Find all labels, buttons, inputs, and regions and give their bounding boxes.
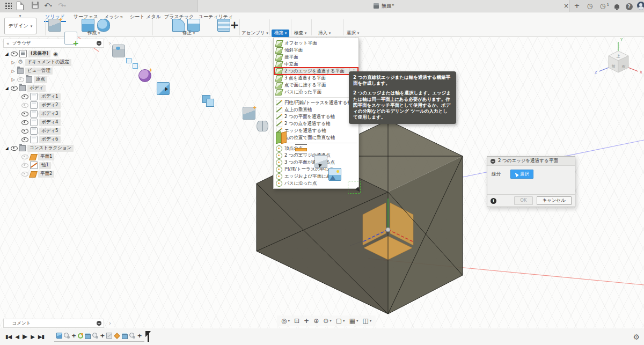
visibility-eye-off-icon[interactable] [21,103,28,108]
combine-icon[interactable] [202,95,214,107]
plane1-label[interactable]: 平面1 [38,153,54,160]
expand-open-icon[interactable]: ◢ [4,86,9,91]
dialog-grip-icon[interactable] [491,159,495,164]
activate-radio-icon[interactable]: ◉ [53,51,58,57]
menu-item-plane-through-two-edges[interactable]: 2 つのエッジを通過する平面⋮ [274,68,358,75]
menu-item-angled-plane[interactable]: 傾斜平面 [274,47,358,54]
expand-open-icon[interactable]: ◢ [4,52,9,56]
menu-item-axis-perpendicular-on-point[interactable]: 点上の垂直軸 [274,106,358,113]
timeline-pattern-feature-icon[interactable] [78,333,83,339]
browser-row-root[interactable]: ◢ (未保存) ◉ [4,50,58,57]
insert-group-menu[interactable]: 挿入 ▾ [318,30,331,36]
browser-collapse-icon[interactable]: « [6,41,10,46]
browser-options-icon[interactable] [97,41,101,46]
cancel-button[interactable]: キャンセル [537,196,572,205]
timeline-move-feature-icon[interactable]: + [137,333,142,339]
timeline-step-forward-button[interactable]: ▶ [31,334,34,340]
timeline-split-feature-icon[interactable] [106,333,112,339]
create-group-menu[interactable]: 作成 ▾ [87,30,100,36]
visibility-eye-icon[interactable] [21,129,28,134]
body5-label[interactable]: ボディ5 [39,128,61,135]
timeline-move-feature-icon[interactable]: + [71,333,76,339]
browser-row-plane1[interactable]: 平面1 [21,153,54,160]
help-button[interactable]: ? [625,2,633,10]
recent-files-icon[interactable]: ◷ [586,2,594,10]
canvas-image-icon[interactable] [328,168,341,181]
timeline-step-back-button[interactable]: ◀ [15,334,19,340]
body1-label[interactable]: ボディ1 [39,93,61,100]
inspect-group-menu[interactable]: 検査 ▾ [294,30,306,36]
notifications-button[interactable] [613,2,620,10]
body3-label[interactable]: ボディ3 [39,111,61,118]
visibility-eye-icon[interactable] [21,94,28,99]
dialog-title-bar[interactable]: 2 つのエッジを通過する平面 [487,157,575,166]
visibility-eye-icon[interactable] [21,120,28,125]
viewcube-front-label[interactable]: 前 [612,64,616,69]
body4-label[interactable]: ボディ4 [39,119,61,126]
construct-plane-icon[interactable] [275,131,287,143]
pan-button[interactable]: + [304,317,309,325]
visibility-eye-icon[interactable] [11,52,18,56]
menu-item-point-at-vertex[interactable]: 頂点の点 [274,145,358,152]
select-button[interactable]: 選択 [510,170,533,179]
close-tab-button[interactable]: × [562,2,570,10]
comments-options-icon[interactable] [97,321,101,326]
ok-button[interactable]: OK [514,196,532,205]
menu-item-point-along-path[interactable]: パスに沿った点 [274,180,358,187]
measure-icon[interactable] [295,143,307,155]
job-status-icon[interactable]: ◷1 [599,2,606,10]
timeline-position-marker[interactable] [148,331,149,342]
visibility-eye-off-icon[interactable] [17,77,24,82]
select-tool-icon[interactable] [348,181,361,194]
assemble-group-menu[interactable]: アセンブリ ▾ [241,30,268,36]
timeline-box-feature-icon[interactable] [56,333,62,339]
timeline-skip-start-button[interactable]: ▮◀ [5,334,11,340]
viewcube-right-label[interactable]: 右 [622,64,626,69]
visibility-eye-off-icon[interactable] [21,155,28,159]
construction-folder-label[interactable]: コンストラクション [27,145,74,152]
expand-closed-icon[interactable]: ▷ [11,77,16,82]
comments-resize-handle[interactable]: › [109,320,111,326]
visibility-eye-icon[interactable] [11,146,18,151]
body6-label[interactable]: ボディ6 [39,136,61,143]
view-cube[interactable]: 上 前 右 Y Z X [590,33,644,82]
app-grid-icon[interactable] [4,2,12,9]
zoom-button[interactable]: ⊕ [313,317,319,325]
press-pull-icon[interactable] [157,82,170,95]
visibility-eye-icon[interactable] [21,137,28,142]
visibility-eye-off-icon[interactable] [21,163,28,168]
timeline-sketch-point-feature-icon[interactable] [64,333,69,337]
browser-panel-header[interactable]: « ブラウザ › [3,39,104,48]
browser-row-document-settings[interactable]: ▷ ⚙ ドキュメントの設定 [11,58,71,66]
browser-row-axis1[interactable]: 軸1 [21,162,51,169]
menu-item-point-on-edge-and-plane[interactable]: エッジおよび平面にある点 [274,173,358,180]
timeline-sketch-point-feature-icon[interactable] [92,333,97,337]
view-management-label[interactable]: ビュー管理 [25,68,53,75]
design-workspace-button[interactable]: デザイン ▾ [4,18,36,34]
user-profile-button[interactable] [636,2,644,10]
timeline-sketch-point-feature-icon[interactable] [129,333,134,337]
browser-row-body1[interactable]: ボディ1 [21,93,61,100]
comments-panel-header[interactable]: « コメント › [3,319,104,328]
insert-mesh-icon[interactable] [314,155,327,168]
browser-row-bodies[interactable]: ◢ ボディ [4,84,46,92]
joint-icon[interactable] [257,120,268,131]
bodies-folder-label[interactable]: ボディ [27,85,46,92]
origin-label[interactable]: 原点 [34,76,47,83]
root-document-label[interactable]: (未保存) [28,50,50,57]
viewcube-top-label[interactable]: 上 [617,54,620,58]
expand-open-icon[interactable]: ◢ [4,146,9,151]
plane2-label[interactable]: 平面2 [38,171,54,178]
menu-item-plane-along-path[interactable]: パスに沿った平面 [274,89,358,96]
viewports-button[interactable]: ◫▾ [362,317,371,325]
tab-sheet-metal[interactable]: シート メタル [128,13,163,21]
display-settings-button[interactable]: ▢▾ [336,317,345,325]
browser-resize-handle[interactable]: › [109,40,111,46]
browser-row-construction[interactable]: ◢ コンストラクション [4,144,74,152]
hole-icon[interactable] [112,45,125,57]
menu-item-plane-through-three-points[interactable]: 3 点を通過する平面 [274,75,358,82]
menu-item-midplane[interactable]: 中立面 [274,61,358,68]
browser-row-origin[interactable]: ▷ 原点 [11,76,47,83]
menu-item-axis-through-two-planes[interactable]: 2 つの平面を通過する軸 [274,113,358,120]
info-icon[interactable]: i [491,198,496,204]
